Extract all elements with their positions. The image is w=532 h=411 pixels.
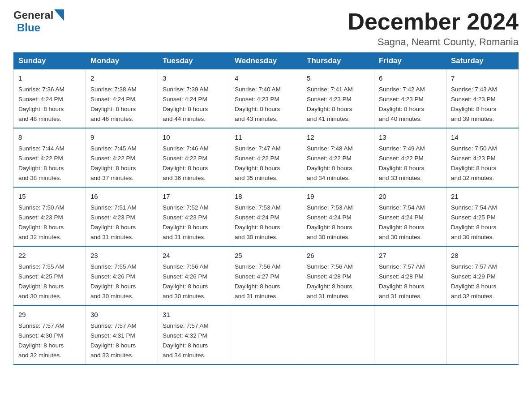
calendar-cell: 16Sunrise: 7:51 AMSunset: 4:23 PMDayligh… (86, 187, 158, 246)
calendar-cell: 12Sunrise: 7:48 AMSunset: 4:22 PMDayligh… (302, 128, 374, 187)
calendar-cell: 5Sunrise: 7:41 AMSunset: 4:23 PMDaylight… (302, 69, 374, 128)
day-number: 10 (163, 132, 225, 142)
calendar-cell: 6Sunrise: 7:42 AMSunset: 4:23 PMDaylight… (374, 69, 446, 128)
weekday-header-row: SundayMondayTuesdayWednesdayThursdayFrid… (14, 53, 519, 69)
day-info: Sunrise: 7:57 AMSunset: 4:28 PMDaylight:… (379, 263, 425, 300)
day-info: Sunrise: 7:56 AMSunset: 4:28 PMDaylight:… (307, 263, 353, 300)
day-number: 17 (163, 191, 225, 201)
day-info: Sunrise: 7:53 AMSunset: 4:24 PMDaylight:… (235, 204, 281, 240)
logo-triangle-icon (54, 9, 64, 21)
day-number: 23 (90, 250, 153, 261)
title-area: December 2024 Sagna, Neamt County, Roman… (348, 9, 519, 48)
day-info: Sunrise: 7:53 AMSunset: 4:24 PMDaylight:… (307, 204, 353, 240)
day-info: Sunrise: 7:50 AMSunset: 4:23 PMDaylight:… (451, 145, 497, 181)
day-number: 14 (451, 132, 514, 142)
day-number: 22 (18, 250, 81, 261)
calendar-week-row: 1Sunrise: 7:36 AMSunset: 4:24 PMDaylight… (14, 69, 519, 128)
calendar-cell: 15Sunrise: 7:50 AMSunset: 4:23 PMDayligh… (14, 187, 86, 246)
day-number: 7 (451, 73, 514, 83)
day-info: Sunrise: 7:36 AMSunset: 4:24 PMDaylight:… (18, 86, 64, 122)
day-info: Sunrise: 7:54 AMSunset: 4:24 PMDaylight:… (379, 204, 425, 240)
logo-blue-text: Blue (17, 21, 40, 34)
weekday-header-wednesday: Wednesday (230, 53, 302, 69)
day-number: 20 (379, 191, 442, 201)
day-number: 21 (451, 191, 514, 201)
weekday-header-monday: Monday (86, 53, 158, 69)
day-info: Sunrise: 7:45 AMSunset: 4:22 PMDaylight:… (90, 145, 137, 181)
calendar-cell: 17Sunrise: 7:52 AMSunset: 4:23 PMDayligh… (158, 187, 230, 246)
calendar-cell: 24Sunrise: 7:56 AMSunset: 4:26 PMDayligh… (158, 246, 230, 305)
day-number: 27 (379, 250, 442, 261)
calendar-cell: 25Sunrise: 7:56 AMSunset: 4:27 PMDayligh… (230, 246, 302, 305)
day-number: 28 (451, 250, 514, 261)
day-info: Sunrise: 7:50 AMSunset: 4:23 PMDaylight:… (18, 204, 64, 240)
calendar-cell: 7Sunrise: 7:43 AMSunset: 4:23 PMDaylight… (446, 69, 519, 128)
calendar-cell: 10Sunrise: 7:46 AMSunset: 4:22 PMDayligh… (158, 128, 230, 187)
day-info: Sunrise: 7:43 AMSunset: 4:23 PMDaylight:… (451, 86, 497, 122)
page-header: General Blue December 2024 Sagna, Neamt … (13, 9, 519, 48)
day-info: Sunrise: 7:39 AMSunset: 4:24 PMDaylight:… (163, 86, 209, 122)
day-number: 8 (18, 132, 81, 142)
day-number: 30 (90, 309, 153, 320)
day-info: Sunrise: 7:41 AMSunset: 4:23 PMDaylight:… (307, 86, 353, 122)
day-number: 31 (163, 309, 225, 320)
calendar-week-row: 15Sunrise: 7:50 AMSunset: 4:23 PMDayligh… (14, 187, 519, 246)
calendar-cell: 19Sunrise: 7:53 AMSunset: 4:24 PMDayligh… (302, 187, 374, 246)
day-info: Sunrise: 7:56 AMSunset: 4:26 PMDaylight:… (163, 263, 209, 300)
day-info: Sunrise: 7:48 AMSunset: 4:22 PMDaylight:… (307, 145, 353, 181)
calendar-cell: 1Sunrise: 7:36 AMSunset: 4:24 PMDaylight… (14, 69, 86, 128)
calendar-cell (374, 305, 446, 364)
calendar-cell (446, 305, 519, 364)
day-info: Sunrise: 7:47 AMSunset: 4:22 PMDaylight:… (235, 145, 281, 181)
svg-marker-0 (54, 9, 64, 21)
day-number: 15 (18, 191, 81, 201)
calendar-cell: 31Sunrise: 7:57 AMSunset: 4:32 PMDayligh… (158, 305, 230, 364)
calendar-cell: 14Sunrise: 7:50 AMSunset: 4:23 PMDayligh… (446, 128, 519, 187)
calendar-week-row: 22Sunrise: 7:55 AMSunset: 4:25 PMDayligh… (14, 246, 519, 305)
day-info: Sunrise: 7:52 AMSunset: 4:23 PMDaylight:… (163, 204, 209, 240)
day-info: Sunrise: 7:55 AMSunset: 4:26 PMDaylight:… (90, 263, 137, 300)
calendar-cell: 21Sunrise: 7:54 AMSunset: 4:25 PMDayligh… (446, 187, 519, 246)
day-number: 24 (163, 250, 225, 261)
calendar-cell: 26Sunrise: 7:56 AMSunset: 4:28 PMDayligh… (302, 246, 374, 305)
calendar-cell: 29Sunrise: 7:57 AMSunset: 4:30 PMDayligh… (14, 305, 86, 364)
day-number: 5 (307, 73, 369, 83)
day-number: 2 (90, 73, 153, 83)
calendar-cell (302, 305, 374, 364)
weekday-header-thursday: Thursday (302, 53, 374, 69)
day-info: Sunrise: 7:57 AMSunset: 4:30 PMDaylight:… (18, 322, 64, 359)
day-info: Sunrise: 7:57 AMSunset: 4:29 PMDaylight:… (451, 263, 497, 300)
weekday-header-sunday: Sunday (14, 53, 86, 69)
month-title: December 2024 (348, 9, 519, 34)
logo-general-text: General (13, 9, 53, 21)
day-number: 1 (18, 73, 81, 83)
calendar-cell: 3Sunrise: 7:39 AMSunset: 4:24 PMDaylight… (158, 69, 230, 128)
day-info: Sunrise: 7:38 AMSunset: 4:24 PMDaylight:… (90, 86, 137, 122)
day-number: 25 (235, 250, 297, 261)
day-info: Sunrise: 7:57 AMSunset: 4:32 PMDaylight:… (163, 322, 209, 359)
calendar-week-row: 8Sunrise: 7:44 AMSunset: 4:22 PMDaylight… (14, 128, 519, 187)
calendar-cell: 30Sunrise: 7:57 AMSunset: 4:31 PMDayligh… (86, 305, 158, 364)
day-number: 18 (235, 191, 297, 201)
weekday-header-friday: Friday (374, 53, 446, 69)
logo: General Blue (13, 9, 64, 34)
calendar-cell: 27Sunrise: 7:57 AMSunset: 4:28 PMDayligh… (374, 246, 446, 305)
day-number: 4 (235, 73, 297, 83)
calendar-cell: 28Sunrise: 7:57 AMSunset: 4:29 PMDayligh… (446, 246, 519, 305)
day-number: 6 (379, 73, 442, 83)
day-number: 16 (90, 191, 153, 201)
day-number: 13 (379, 132, 442, 142)
calendar-cell: 20Sunrise: 7:54 AMSunset: 4:24 PMDayligh… (374, 187, 446, 246)
day-info: Sunrise: 7:55 AMSunset: 4:25 PMDaylight:… (18, 263, 64, 300)
calendar-table: SundayMondayTuesdayWednesdayThursdayFrid… (13, 52, 519, 365)
calendar-cell: 11Sunrise: 7:47 AMSunset: 4:22 PMDayligh… (230, 128, 302, 187)
day-info: Sunrise: 7:49 AMSunset: 4:22 PMDaylight:… (379, 145, 425, 181)
day-info: Sunrise: 7:57 AMSunset: 4:31 PMDaylight:… (90, 322, 137, 359)
day-number: 26 (307, 250, 369, 261)
calendar-cell: 22Sunrise: 7:55 AMSunset: 4:25 PMDayligh… (14, 246, 86, 305)
day-number: 3 (163, 73, 225, 83)
day-number: 19 (307, 191, 369, 201)
calendar-cell: 18Sunrise: 7:53 AMSunset: 4:24 PMDayligh… (230, 187, 302, 246)
day-info: Sunrise: 7:42 AMSunset: 4:23 PMDaylight:… (379, 86, 425, 122)
day-info: Sunrise: 7:51 AMSunset: 4:23 PMDaylight:… (90, 204, 137, 240)
